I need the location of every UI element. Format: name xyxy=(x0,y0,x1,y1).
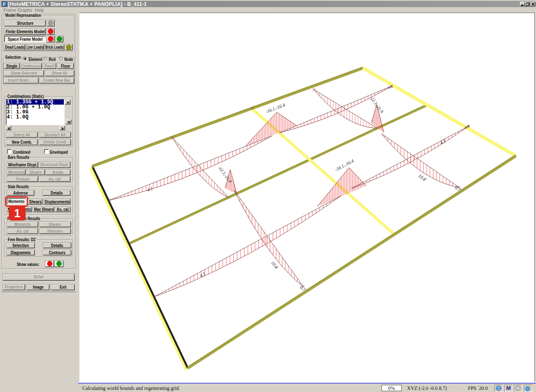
svg-text:4.1: 4.1 xyxy=(146,186,153,192)
svg-text:-22.3,-21.9: -22.3,-21.9 xyxy=(369,95,384,114)
svg-text:4.1: 4.1 xyxy=(439,138,447,145)
svg-text:10.8: 10.8 xyxy=(418,173,427,182)
